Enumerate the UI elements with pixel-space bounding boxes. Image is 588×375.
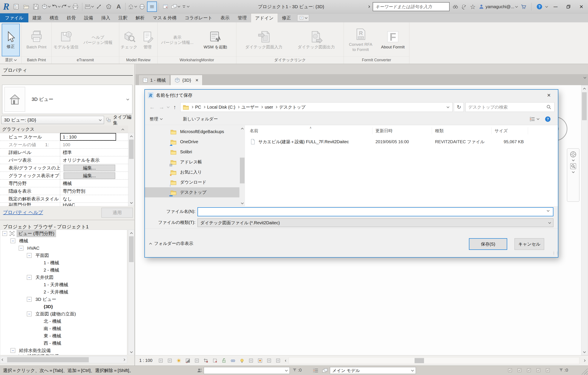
search-collapse-icon[interactable] [368,5,370,8]
viewbar-collapse-icon[interactable]: ‹ [285,358,286,363]
shadows-icon[interactable] [184,356,192,365]
default-3d-view-icon[interactable] [127,1,137,12]
search-icon[interactable] [546,104,552,110]
tree-item-5[interactable]: 2 - 機械 [0,267,127,274]
tree-item-label[interactable]: 2 - 機械 [42,267,61,274]
column-header-2[interactable]: 種類 [432,127,492,134]
view-scale-button[interactable]: 1 : 100 [135,358,156,363]
ribbon-button-6-0[interactable]: RRFAConvert RFAto FormIt [344,24,377,56]
apply-button[interactable]: 適用 [101,208,133,218]
tree-item-15[interactable]: 西 - 機械 [0,340,127,347]
ribbon-tab-3[interactable]: 鉄骨 [63,13,80,22]
drag-select-icon[interactable] [526,367,532,373]
save-button[interactable]: 保存(S) [469,238,507,250]
view-mode-button[interactable] [529,116,539,122]
edit-button[interactable]: 編集... [64,172,115,179]
breadcrumb-item-1[interactable]: Local Disk (C:) [207,105,239,110]
worksharing-display-icon[interactable] [545,367,551,373]
signin-account[interactable]: yamaguchi@... [479,4,517,10]
tree-item-label[interactable]: 給排水衛生設備 [26,354,61,355]
worksharing-display-icon[interactable] [256,356,264,365]
dialog-resize-grip[interactable]: ⋮⋮⋮⋮ [552,252,557,256]
active-workset-icon[interactable] [313,367,319,374]
dialog-search-input[interactable] [468,105,546,110]
ribbon-tab-13[interactable]: 修正 [278,13,295,22]
sidebar-item-2[interactable]: Solibri [145,147,239,157]
temporary-hide-isolate-icon[interactable] [229,356,237,365]
organize-button[interactable]: 整理 [150,116,162,122]
properties-help-link[interactable]: プロパティ ヘルプ [3,209,43,216]
tree-item-label[interactable]: 立面図 (建物の立面) [34,310,78,318]
ribbon-group-label[interactable]: ダイテックリンク [236,56,344,64]
measure-icon[interactable] [84,1,94,12]
breadcrumb-item-2[interactable]: ユーザー [241,104,263,110]
revit-logo-icon[interactable]: R [1,1,11,12]
property-value[interactable]: 100 [60,141,128,148]
dialog-close-icon[interactable]: × [543,90,555,101]
forward-icon[interactable]: → [158,104,166,110]
tree-item-9[interactable]: −3D ビュー [0,296,127,303]
thin-lines-icon[interactable] [147,1,157,12]
communication-center-icon[interactable] [461,4,467,10]
tree-item-16[interactable]: −給排水衛生設備 [0,347,127,354]
detail-level-icon[interactable] [166,356,174,365]
tree-item-label[interactable]: 東 - 機械 [42,332,63,340]
tree-item-13[interactable]: 南 - 機械 [0,325,127,332]
switch-windows-icon[interactable] [170,1,180,12]
ribbon-button-3-0[interactable]: チェック [120,24,138,56]
filename-input[interactable] [198,207,553,216]
unlocked-view-icon[interactable] [220,356,228,365]
help-icon[interactable]: ? [536,3,543,10]
edit-type-button[interactable]: タイプ編集 [106,114,134,126]
tree-item-label[interactable]: {3D} [42,303,55,310]
open-icon[interactable] [21,1,31,12]
minimize-button[interactable]: ─ [551,1,560,12]
file-row-0[interactable]: サカエビル(建築＋設備) FULL_7F.Revit2Daitec 2019/0… [247,136,554,147]
properties-icon[interactable] [11,1,21,12]
section-collapse-icon[interactable] [121,129,124,131]
view-tab-0[interactable]: 1 - 機械 [138,75,170,85]
browser-scrollbar[interactable] [128,230,135,355]
browser-hscrollbar[interactable] [0,356,127,363]
window-resize-grip[interactable] [581,368,588,375]
user-dropdown-icon[interactable] [515,5,518,8]
tree-item-6[interactable]: −天井伏図 [0,274,127,281]
tree-item-7[interactable]: 1 - 天井機械 [0,281,127,288]
steering-wheel-icon[interactable] [569,151,577,158]
tree-expander-icon[interactable]: − [10,238,15,243]
wheel-dropdown-icon[interactable] [572,159,575,161]
tree-item-label[interactable]: HVAC [26,245,41,251]
ribbon-tab-4[interactable]: 設備 [80,13,97,22]
view-tab-1[interactable]: {3D}× [170,75,202,85]
back-icon[interactable]: ← [148,104,156,110]
zoom-dropdown-icon[interactable] [572,170,575,173]
text-icon[interactable]: A [114,1,124,12]
aligned-dimension-icon[interactable] [94,1,104,12]
cancel-button[interactable]: キャンセル [514,238,544,250]
tree-item-4[interactable]: 1 - 機械 [0,259,127,267]
column-header-1[interactable]: 更新日時 [372,127,432,134]
tree-item-label[interactable]: 北 - 機械 [42,318,63,325]
show-crop-region-icon[interactable] [211,356,219,365]
tree-item-label[interactable]: 天井伏図 [34,274,55,281]
tab-close-icon[interactable]: × [195,77,198,83]
ribbon-button-0-0[interactable]: 修正 [2,24,20,56]
combo-dropdown-icon[interactable] [99,118,102,121]
breadcrumb[interactable]: PCLocal Disk (C:)ユーザーuserデスクトップ [180,102,453,112]
help-dropdown-icon[interactable] [545,5,548,8]
properties-scrollbar[interactable] [128,133,135,206]
ribbon-button-1-0[interactable]: Batch Print [23,24,50,56]
modify-panel-icon[interactable] [297,14,309,21]
sidebar-item-6[interactable]: ▬デスクトップ [145,187,239,197]
displaced-elements-icon[interactable] [265,356,273,365]
tree-item-10[interactable]: {3D} [0,303,127,310]
ribbon-tab-12[interactable]: アドイン [251,13,278,22]
ribbon-tab-11[interactable]: 管理 [234,13,251,22]
ribbon-tab-1[interactable]: 建築 [28,13,46,22]
exchange-apps-cart-icon[interactable] [521,4,526,10]
view-tab-list-dropdown-icon[interactable] [584,76,586,79]
constraints-icon[interactable] [274,356,282,365]
sidebar-item-4[interactable]: ★お気に入り [145,167,239,177]
redo-icon[interactable] [61,1,71,12]
print-icon[interactable] [71,1,80,12]
